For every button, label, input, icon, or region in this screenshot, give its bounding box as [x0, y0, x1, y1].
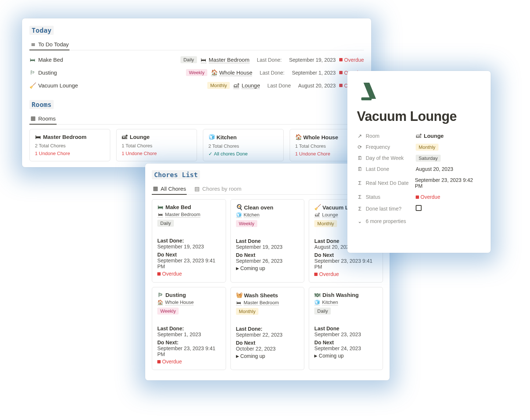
page-title[interactable]: Vacuum Lounge	[357, 109, 481, 124]
status-badge: Overdue	[416, 194, 440, 200]
room-total: 1 Total Chores	[122, 143, 191, 148]
triangle-icon: ▶	[236, 354, 239, 359]
room-link[interactable]: 🛋 Lounge	[233, 82, 260, 89]
couch-icon: 🛋	[233, 82, 239, 89]
chore-room: Master Bedroom	[165, 212, 200, 218]
chore-title: Dusting	[165, 292, 186, 298]
flag-icon: 🏳	[29, 69, 35, 76]
room-name: Whole House	[219, 69, 252, 76]
frequency-pill: Weekly	[236, 220, 257, 227]
page-icon[interactable]	[357, 79, 481, 106]
frequency-pill: Monthly	[416, 144, 438, 151]
prop-done-last-time[interactable]: ΣDone last time?	[357, 202, 481, 215]
do-next-value: September 23, 2023 9:41 PM	[314, 258, 377, 270]
day-pill: Saturday	[416, 155, 441, 162]
room-undone: 1 Undone Chore	[122, 151, 191, 156]
prop-status[interactable]: ΣStatus Overdue	[357, 191, 481, 202]
triangle-icon: ▶	[314, 353, 317, 358]
chore-card[interactable]: 🧺Wash Sheets 🛏Master Bedroom Monthly Las…	[230, 287, 305, 370]
frequency-pill: Weekly	[186, 69, 207, 76]
sigma-icon: Σ	[357, 206, 363, 212]
room-name: Whole House	[303, 134, 338, 140]
do-next-label: Do Next	[314, 340, 377, 345]
chore-room: Lounge	[322, 212, 338, 218]
washer-icon: 🧺	[236, 292, 242, 298]
couch-icon: 🛋	[122, 134, 128, 140]
dish-icon: 🍽	[314, 292, 320, 298]
bed-icon: 🛏	[157, 204, 163, 210]
last-done-value: September 23, 2023	[314, 331, 377, 337]
bed-icon: 🛏	[236, 300, 242, 306]
prop-real-next[interactable]: ΣReal Next Do Date September 23, 2023 9:…	[357, 175, 481, 191]
room-name: Kitchen	[216, 134, 237, 140]
chore-title: Clean oven	[244, 204, 273, 211]
chore-details-panel: Vacuum Lounge ↗Room 🛋 Lounge ⟳Frequency …	[347, 71, 491, 253]
today-task-row[interactable]: 🧹 Vacuum Lounge Monthly 🛋 Lounge Last Do…	[29, 79, 364, 92]
room-name: Lounge	[241, 82, 260, 89]
last-done-label: Last Done	[314, 326, 377, 331]
room-card[interactable]: 🛋Lounge 1 Total Chores 1 Undone Chore	[116, 129, 197, 161]
do-next-label: Do Next:	[157, 340, 221, 345]
chore-card[interactable]: 🍳Clean oven 🧊Kitchen Weekly Last Done Se…	[230, 199, 305, 283]
checkbox[interactable]	[416, 205, 422, 211]
do-next-value: October 22, 2023	[236, 346, 299, 352]
arrow-icon: ↗	[357, 133, 363, 139]
room-done-all: ✓All chores Done	[208, 151, 278, 157]
vacuum-icon	[357, 79, 380, 103]
today-tabs: ≣ To Do Today	[29, 39, 364, 50]
vacuum-icon: 🧹	[29, 82, 35, 89]
more-properties-toggle[interactable]: ⌄ 6 more properties	[357, 215, 481, 224]
room-card[interactable]: 🧊Kitchen 2 Total Chores ✓All chores Done	[203, 129, 284, 161]
prop-room[interactable]: ↗Room 🛋 Lounge	[357, 130, 481, 141]
more-properties-label: 6 more properties	[366, 218, 406, 224]
chores-heading: Chores List	[152, 170, 200, 179]
sigma-icon: Σ	[357, 180, 363, 186]
frequency-pill: Monthly	[236, 308, 259, 315]
do-next-label: Do Next	[157, 252, 221, 258]
chore-card[interactable]: 🏳Dusting 🏠Whole House Weekly Last Done: …	[152, 287, 226, 370]
last-done-label: Last Done:	[157, 238, 221, 244]
couch-icon: 🛋	[416, 133, 422, 139]
square-icon	[314, 273, 318, 276]
do-next-label: Do Next	[236, 340, 299, 346]
room-card[interactable]: 🛏Master Bedroom 2 Total Chores 1 Undone …	[29, 129, 110, 161]
grid-icon: ▦	[153, 185, 158, 192]
triangle-icon: ▶	[236, 266, 239, 271]
chore-title: Make Bed	[165, 204, 191, 210]
square-icon	[416, 195, 419, 199]
bed-icon: 🛏	[35, 134, 41, 140]
chore-card[interactable]: 🛏Make Bed 🛏Master Bedroom Daily Last Don…	[152, 199, 226, 283]
chore-card[interactable]: 🍽Dish Washing 🧊Kitchen Daily Last Done S…	[309, 287, 383, 370]
today-task-row[interactable]: 🏳 Dusting Weekly 🏠 Whole House Last Done…	[29, 66, 364, 79]
room-link[interactable]: 🏠 Whole House	[211, 69, 252, 76]
prop-last-done[interactable]: 🗓Last Done August 20, 2023	[357, 164, 481, 175]
room-undone: 1 Undone Chore	[35, 151, 105, 156]
tab-todo-today[interactable]: ≣ To Do Today	[29, 39, 69, 50]
fridge-icon: 🧊	[208, 134, 214, 140]
square-icon	[157, 272, 161, 276]
square-icon	[339, 84, 343, 87]
prop-day-of-week[interactable]: 🗓Day of the Week Saturday	[357, 152, 481, 164]
table-icon: ▤	[194, 186, 200, 192]
tab-rooms[interactable]: ▦ Rooms	[29, 113, 57, 125]
room-name: Lounge	[130, 134, 150, 140]
svg-rect-0	[361, 97, 372, 100]
status-badge: Overdue	[339, 57, 364, 63]
tab-all-chores[interactable]: ▦ All Chores	[152, 183, 187, 195]
prop-frequency[interactable]: ⟳Frequency Monthly	[357, 141, 481, 152]
last-done-value: September 19, 2023	[236, 244, 299, 250]
last-done-value: September 22, 2023	[236, 332, 299, 338]
calendar-icon: 🗓	[357, 166, 363, 172]
status-badge: ▶Coming up	[236, 265, 299, 271]
room-link[interactable]: 🛏 Master Bedroom	[201, 57, 250, 63]
last-done-value: September 19, 2023	[289, 57, 336, 63]
chore-room: Kitchen	[322, 299, 338, 305]
last-done-label: Last Done:	[157, 326, 221, 331]
status-badge: Overdue	[157, 359, 221, 365]
today-task-row[interactable]: 🛏 Make Bed Daily 🛏 Master Bedroom Last D…	[29, 53, 364, 66]
last-done-value: August 20, 2023	[298, 83, 336, 89]
chevron-down-icon: ⌄	[357, 218, 363, 224]
house-icon: 🏠	[295, 134, 301, 140]
fridge-icon: 🧊	[236, 212, 242, 218]
tab-chores-by-room[interactable]: ▤ Chores by room	[193, 183, 242, 194]
